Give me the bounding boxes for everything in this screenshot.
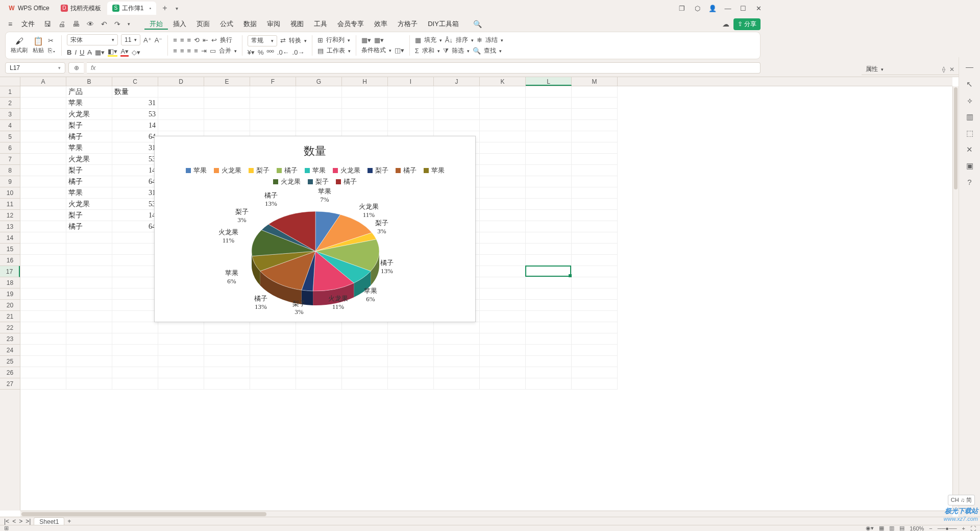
align-center-icon[interactable]: ≡: [180, 47, 184, 55]
menu-file[interactable]: 文件: [16, 17, 40, 31]
cell-B10[interactable]: 苹果: [66, 187, 112, 199]
cut-icon[interactable]: ✂: [48, 37, 54, 44]
format-painter-button[interactable]: 🖌格式刷: [10, 37, 29, 54]
menu-开始[interactable]: 开始: [144, 18, 168, 30]
row-header-4[interactable]: 4: [0, 120, 20, 131]
row-header-24[interactable]: 24: [0, 345, 20, 356]
col-header-E[interactable]: E: [204, 77, 250, 86]
row-header-22[interactable]: 22: [0, 322, 20, 333]
cell-B6[interactable]: 苹果: [66, 142, 112, 154]
formula-input[interactable]: fx: [87, 62, 761, 74]
undo-drop-icon[interactable]: ▾: [125, 19, 133, 29]
row-header-21[interactable]: 21: [0, 311, 20, 322]
menu-公式[interactable]: 公式: [215, 18, 238, 30]
fill-icon[interactable]: ▦: [415, 36, 421, 44]
cell-C11[interactable]: 53: [112, 199, 158, 210]
strike-icon[interactable]: A̶: [87, 49, 92, 56]
underline-icon[interactable]: U: [80, 49, 84, 56]
col-header-B[interactable]: B: [66, 77, 112, 86]
cell-C9[interactable]: 64: [112, 176, 158, 187]
col-header-K[interactable]: K: [480, 77, 526, 86]
align-mid-icon[interactable]: ≡: [180, 36, 184, 44]
tab-dropdown[interactable]: ▾: [173, 6, 181, 11]
fx-insert-button[interactable]: ⊕: [68, 62, 84, 74]
row-header-25[interactable]: 25: [0, 356, 20, 367]
cell-C1[interactable]: 数量: [112, 86, 158, 98]
merge-icon[interactable]: ▭: [210, 47, 216, 55]
worksheet-icon[interactable]: ▤: [317, 47, 324, 55]
row-headers[interactable]: 1234567891011121314151617181920212223242…: [0, 86, 20, 415]
comma-icon[interactable]: ººº: [267, 49, 274, 56]
font-color-icon[interactable]: A▾: [120, 47, 129, 57]
sort-icon[interactable]: Å↓: [445, 36, 453, 44]
multiwindow-icon[interactable]: ❐: [678, 5, 686, 12]
row-header-7[interactable]: 7: [0, 154, 20, 165]
user-avatar-icon[interactable]: 👤: [708, 5, 717, 12]
col-header-C[interactable]: C: [112, 77, 158, 86]
row-header-18[interactable]: 18: [0, 277, 20, 288]
undo-icon[interactable]: ↶: [98, 18, 110, 30]
col-header-G[interactable]: G: [296, 77, 342, 86]
row-header-10[interactable]: 10: [0, 187, 20, 199]
name-box[interactable]: L17▾: [5, 62, 65, 74]
workbook-tab[interactable]: S 工作簿1 •: [107, 2, 157, 15]
freeze-icon[interactable]: ❄: [477, 36, 482, 44]
redo-icon[interactable]: ↷: [111, 18, 124, 30]
menu-数据[interactable]: 数据: [238, 18, 262, 30]
tablestyle-icon[interactable]: ▦▾: [374, 36, 384, 44]
row-header-16[interactable]: 16: [0, 255, 20, 266]
cell-B4[interactable]: 梨子: [66, 120, 112, 131]
menu-插入[interactable]: 插入: [168, 18, 191, 30]
row-header-19[interactable]: 19: [0, 288, 20, 300]
cell-B13[interactable]: 橘子: [66, 221, 112, 232]
align-justify-icon[interactable]: ≡: [194, 47, 198, 55]
cell-C5[interactable]: 64: [112, 131, 158, 142]
cell-B5[interactable]: 橘子: [66, 131, 112, 142]
convert-icon[interactable]: ⇄: [280, 37, 286, 44]
indent-dec-icon[interactable]: ⇤: [203, 36, 208, 44]
menu-DIY工具箱[interactable]: DIY工具箱: [423, 18, 464, 30]
row-header-20[interactable]: 20: [0, 300, 20, 311]
spreadsheet-grid[interactable]: ABCDEFGHIJKLM 12345678910111213141516171…: [0, 77, 766, 415]
indent-inc-icon[interactable]: ⇥: [201, 47, 207, 55]
row-header-11[interactable]: 11: [0, 199, 20, 210]
cell-C2[interactable]: 31: [112, 98, 158, 109]
cell-B1[interactable]: 产品: [66, 86, 112, 98]
find-icon[interactable]: 🔍: [473, 47, 481, 55]
col-header-H[interactable]: H: [342, 77, 388, 86]
filter-icon[interactable]: ⧩: [443, 47, 449, 55]
align-left-icon[interactable]: ≡: [173, 47, 177, 55]
paste-button[interactable]: 📋粘贴: [32, 37, 45, 54]
italic-icon[interactable]: I: [75, 49, 77, 56]
preview-icon[interactable]: 👁: [84, 18, 97, 30]
cell-B9[interactable]: 橘子: [66, 176, 112, 187]
cell-C8[interactable]: 14: [112, 165, 158, 176]
cloud-icon[interactable]: ☁: [719, 18, 732, 30]
cell-B2[interactable]: 苹果: [66, 98, 112, 109]
dec-dec-icon[interactable]: .0→: [292, 49, 305, 56]
dec-inc-icon[interactable]: .0←: [277, 49, 289, 56]
print-icon[interactable]: 🖶: [69, 18, 83, 30]
cell-B11[interactable]: 火龙果: [66, 199, 112, 210]
row-header-6[interactable]: 6: [0, 142, 20, 154]
col-header-F[interactable]: F: [250, 77, 296, 86]
currency-icon[interactable]: ¥▾: [248, 49, 255, 56]
cell-C6[interactable]: 31: [112, 142, 158, 154]
cell-C4[interactable]: 14: [112, 120, 158, 131]
row-header-12[interactable]: 12: [0, 210, 20, 221]
row-header-8[interactable]: 8: [0, 165, 20, 176]
box-icon[interactable]: ⬡: [693, 5, 701, 12]
close-icon[interactable]: ✕: [754, 5, 763, 12]
save-icon[interactable]: 🖫: [41, 18, 54, 30]
menu-工具[interactable]: 工具: [309, 18, 332, 30]
search-icon[interactable]: 🔍: [470, 18, 485, 30]
share-button[interactable]: ⇪ 分享: [733, 18, 761, 30]
col-header-I[interactable]: I: [388, 77, 434, 86]
sum-icon[interactable]: Σ: [415, 47, 419, 55]
minimize-icon[interactable]: —: [724, 5, 732, 12]
cell-B12[interactable]: 梨子: [66, 210, 112, 221]
menu-效率[interactable]: 效率: [369, 18, 393, 30]
orientation-icon[interactable]: ⟲: [194, 36, 200, 44]
cell-B7[interactable]: 火龙果: [66, 154, 112, 165]
cell-C7[interactable]: 53: [112, 154, 158, 165]
